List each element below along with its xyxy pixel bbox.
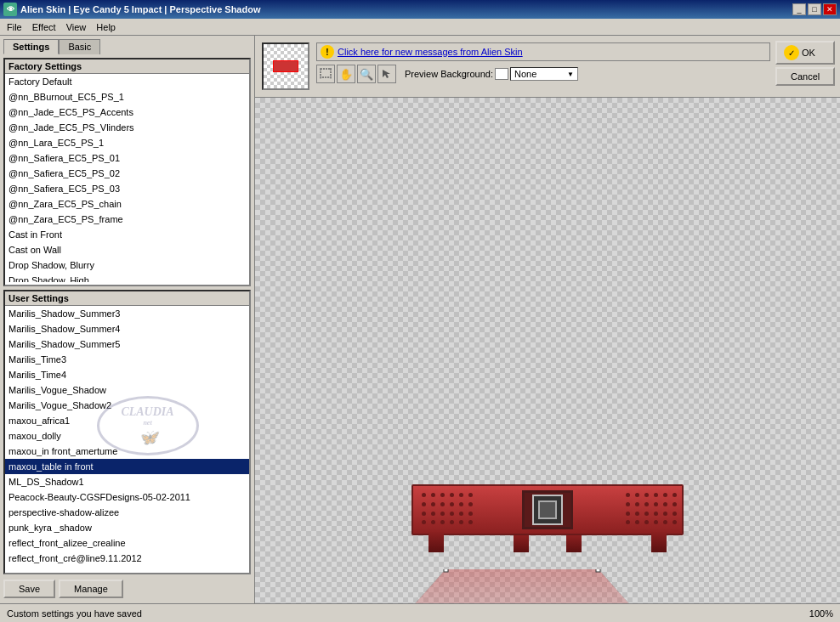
tool-select-button[interactable]	[316, 65, 335, 83]
list-item[interactable]: reflect_front_cré@line9.11.2012	[5, 551, 249, 566]
leg-center-left	[514, 535, 529, 552]
svg-point-4	[330, 76, 332, 79]
user-settings-list[interactable]: Marilis_Shadow_Summer3 Marilis_Shadow_Su…	[5, 306, 249, 570]
leg-center-right	[566, 535, 582, 552]
tab-basic[interactable]: Basic	[59, 39, 100, 54]
list-item[interactable]: Drop Shadow, High	[5, 273, 249, 282]
list-item[interactable]: @nn_Lara_EC5_PS_1	[5, 135, 249, 150]
leg-right	[651, 532, 667, 552]
tool-arrow-button[interactable]	[377, 65, 396, 83]
status-bar: Custom settings you have saved 100%	[0, 603, 840, 622]
list-item[interactable]: @nn_Safiera_EC5_PS_03	[5, 181, 249, 196]
display-screen	[532, 495, 563, 525]
list-item[interactable]: @nn_BBurnout_EC5_PS_1	[5, 89, 249, 105]
save-button[interactable]: Save	[3, 580, 55, 598]
preview-background-label: Preview Background:	[405, 69, 493, 79]
menu-effect[interactable]: Effect	[27, 20, 61, 34]
list-item[interactable]: @nn_Safiera_EC5_PS_02	[5, 166, 249, 181]
list-item[interactable]: Marilis_Vogue_Shadow2	[5, 398, 249, 413]
list-item[interactable]: Marilis_Shadow_Summer5	[5, 336, 249, 352]
list-item[interactable]: Cast in Front	[5, 227, 249, 242]
list-item[interactable]: @nn_Zara_EC5_PS_chain	[5, 196, 249, 212]
ok-icon: ✓	[784, 45, 799, 60]
list-item[interactable]: Marilis_Shadow_Summer3	[5, 306, 249, 321]
svg-point-2	[330, 68, 332, 71]
list-item[interactable]: @nn_Jade_EC5_PS_Accents	[5, 105, 249, 120]
user-settings-header: User Settings	[5, 291, 249, 306]
tab-settings[interactable]: Settings	[3, 39, 59, 54]
menu-view[interactable]: View	[61, 20, 92, 34]
manage-button[interactable]: Manage	[59, 580, 123, 598]
maximize-button[interactable]: □	[808, 3, 821, 15]
preview-bg-control: None ▼	[495, 67, 578, 81]
scene-object	[411, 484, 684, 552]
table-top	[411, 484, 684, 535]
list-item[interactable]: Marilis_Vogue_Shadow	[5, 382, 249, 398]
list-item-selected[interactable]: maxou_table in front	[5, 459, 249, 474]
close-button[interactable]: ✕	[823, 3, 837, 15]
title-bar: 👁 Alien Skin | Eye Candy 5 Impact | Pers…	[0, 0, 840, 19]
menu-file[interactable]: File	[2, 20, 27, 34]
factory-settings-section: Factory Settings Factory Default @nn_BBu…	[3, 58, 251, 286]
menu-bar: File Effect View Help	[0, 19, 840, 36]
bottom-buttons: Save Manage	[3, 578, 251, 600]
svg-rect-11	[596, 569, 600, 572]
status-text: Custom settings you have saved	[7, 608, 142, 619]
list-item[interactable]: ML_DS_Shadow1	[5, 474, 249, 489]
factory-settings-list[interactable]: Factory Default @nn_BBurnout_EC5_PS_1 @n…	[5, 74, 249, 282]
list-item[interactable]: Cast on Wall	[5, 242, 249, 257]
factory-settings-header: Factory Settings	[5, 59, 249, 74]
speaker-right	[624, 491, 675, 529]
canvas-area	[255, 98, 840, 603]
center-display	[522, 490, 573, 529]
tool-zoom-button[interactable]: 🔍	[357, 65, 376, 83]
list-item[interactable]: Marilis_Time3	[5, 352, 249, 367]
thumbnail-object	[273, 60, 298, 72]
left-panel: Settings Basic Factory Settings Factory …	[0, 36, 255, 603]
tool-row: ✋ 🔍 Preview Background: None ▼	[316, 65, 770, 83]
list-item[interactable]: @nn_Zara_EC5_PS_frame	[5, 212, 249, 227]
preview-bg-select[interactable]: None ▼	[510, 67, 578, 81]
tool-hand-button[interactable]: ✋	[337, 65, 355, 83]
chevron-down-icon: ▼	[567, 71, 574, 78]
app-icon: 👁	[3, 3, 17, 16]
list-item[interactable]: Marilis_Time4	[5, 367, 249, 382]
menu-help[interactable]: Help	[91, 20, 121, 34]
list-item[interactable]: punk_kyra _shadow	[5, 520, 249, 535]
list-item[interactable]: Drop Shadow, Blurry	[5, 257, 249, 273]
ok-button[interactable]: ✓ OK	[775, 41, 835, 65]
list-item[interactable]: maxou_africa1	[5, 413, 249, 428]
list-item[interactable]: @nn_Safiera_EC5_PS_01	[5, 150, 249, 166]
list-item[interactable]: Factory Default	[5, 74, 249, 89]
preview-thumbnail	[262, 42, 309, 90]
list-item[interactable]: Peacock-Beauty-CGSFDesigns-05-02-2011	[5, 489, 249, 505]
list-item[interactable]: reflect_front_Cré@line_4102012	[5, 566, 249, 570]
zoom-level: 100%	[809, 608, 833, 619]
title-bar-buttons: _ □ ✕	[792, 3, 837, 15]
svg-marker-5	[383, 70, 390, 78]
svg-rect-10	[444, 569, 448, 572]
svg-rect-0	[321, 69, 331, 77]
leg-left	[429, 532, 444, 552]
message-link[interactable]: Click here for new messages from Alien S…	[338, 47, 523, 57]
ok-cancel-area: ✓ OK Cancel	[774, 39, 837, 88]
title-bar-text: 👁 Alien Skin | Eye Candy 5 Impact | Pers…	[3, 3, 260, 16]
cancel-button[interactable]: Cancel	[775, 67, 835, 86]
display-inner	[538, 500, 557, 519]
shadow-svg	[343, 569, 701, 603]
color-swatch[interactable]	[495, 68, 508, 80]
list-item[interactable]: @nn_Jade_EC5_PS_Vlinders	[5, 120, 249, 135]
svg-marker-6	[377, 569, 667, 603]
list-item[interactable]: Marilis_Shadow_Summer4	[5, 321, 249, 336]
list-item[interactable]: maxou_in front_amertume	[5, 444, 249, 459]
minimize-button[interactable]: _	[792, 3, 806, 15]
right-panel: ! Click here for new messages from Alien…	[255, 36, 840, 603]
user-settings-section: User Settings CLAUDIA net 🦋 Marilis_Shad…	[3, 290, 251, 574]
list-item[interactable]: perspective-shadow-alizee	[5, 505, 249, 520]
svg-point-1	[320, 68, 322, 71]
list-item[interactable]: reflect_front_alizee_crealine	[5, 535, 249, 551]
message-icon: !	[321, 45, 334, 59]
list-item[interactable]: maxou_dolly	[5, 428, 249, 444]
tabs: Settings Basic	[3, 39, 251, 54]
svg-point-3	[320, 76, 322, 79]
